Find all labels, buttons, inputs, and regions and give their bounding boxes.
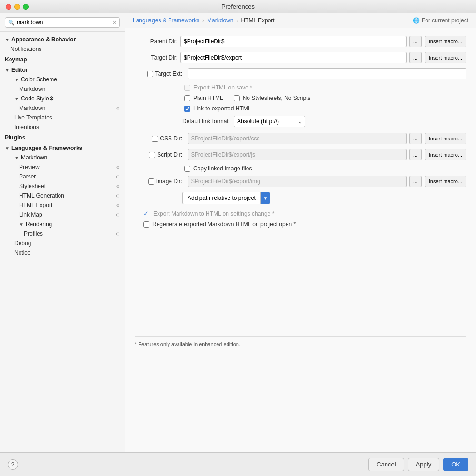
sidebar-item-html-generation[interactable]: HTML Generation ⚙ <box>0 191 125 200</box>
checkmark-icon: ✓ <box>143 210 149 217</box>
sidebar-item-cs-markdown[interactable]: Markdown <box>0 84 125 94</box>
image-dir-label-area: Image Dir: <box>135 178 182 185</box>
script-dir-row: Script Dir: ... Insert macro... <box>135 149 466 160</box>
expand-arrow-icon: ▼ <box>5 146 10 151</box>
sidebar-item-cst-markdown[interactable]: Markdown ⚙ <box>0 103 125 113</box>
target-ext-checkbox[interactable] <box>147 71 153 77</box>
parent-dir-label: Parent Dir: <box>135 38 178 45</box>
regenerate-checkbox[interactable] <box>143 221 149 228</box>
sidebar-item-editor[interactable]: ▼Editor <box>0 64 125 75</box>
settings-icon: ⚙ <box>116 231 120 237</box>
sidebar-item-debug[interactable]: Debug <box>0 238 125 248</box>
sidebar-item-appearance[interactable]: ▼Appearance & Behavior <box>0 34 125 44</box>
sidebar-item-notifications[interactable]: Notifications <box>0 44 125 54</box>
settings-icon: ⚙ <box>116 184 120 189</box>
parent-dir-input[interactable] <box>180 36 407 47</box>
features-note: * Features only available in enhanced ed… <box>135 336 466 347</box>
footer: ? Cancel Apply OK <box>0 452 476 476</box>
settings-icon: ⚙ <box>116 193 120 198</box>
breadcrumb-sep-2: › <box>236 17 238 24</box>
sidebar-item-profiles[interactable]: Profiles ⚙ <box>0 229 125 238</box>
image-dir-input[interactable] <box>188 176 407 187</box>
script-dir-checkbox[interactable] <box>149 152 155 158</box>
sidebar-item-plugins[interactable]: Plugins <box>0 132 125 142</box>
image-dir-macro-button[interactable]: Insert macro... <box>425 176 466 187</box>
target-ext-label: Target Ext: <box>155 70 182 77</box>
add-path-button[interactable]: Add path relative to project <box>182 192 261 204</box>
breadcrumb-current: HTML Export <box>241 17 274 24</box>
search-input[interactable] <box>17 19 110 26</box>
minimize-button[interactable] <box>14 4 20 10</box>
title-bar: Preferences <box>0 0 476 13</box>
maximize-button[interactable] <box>23 4 29 10</box>
sidebar-item-notice[interactable]: Notice <box>0 248 125 258</box>
target-ext-input[interactable] <box>188 68 466 79</box>
export-html-checkbox[interactable] <box>184 85 190 91</box>
close-button[interactable] <box>6 4 11 10</box>
cancel-button[interactable]: Cancel <box>368 458 404 471</box>
breadcrumb-sep-1: › <box>202 17 204 24</box>
parent-dir-dots-button[interactable]: ... <box>409 36 422 47</box>
sidebar-item-markdown[interactable]: ▼Markdown <box>0 153 125 162</box>
sidebar-item-keymap[interactable]: Keymap <box>0 54 125 64</box>
sidebar-item-languages[interactable]: ▼Languages & Frameworks <box>0 142 125 153</box>
link-exported-checkbox[interactable] <box>184 106 190 112</box>
settings-icon: ⚙ <box>116 212 120 218</box>
ok-button[interactable]: OK <box>443 458 468 471</box>
breadcrumb-markdown[interactable]: Markdown <box>207 17 233 24</box>
target-dir-input[interactable] <box>180 52 407 63</box>
css-dir-label: CSS Dir: <box>160 135 182 142</box>
image-dir-row: Image Dir: ... Insert macro... <box>135 176 466 187</box>
sidebar-item-rendering[interactable]: ▼Rendering <box>0 219 125 229</box>
settings-icon: ⚙ <box>116 203 120 208</box>
copy-image-checkbox[interactable] <box>184 166 190 172</box>
globe-icon: 🌐 <box>413 17 420 24</box>
css-dir-dots-button[interactable]: ... <box>409 133 422 144</box>
sidebar-item-link-map[interactable]: Link Map ⚙ <box>0 210 125 219</box>
export-markdown-row: ✓ Export Markdown to HTML on settings ch… <box>143 210 466 217</box>
sidebar-item-preview[interactable]: Preview ⚙ <box>0 162 125 172</box>
parent-dir-macro-button[interactable]: Insert macro... <box>425 36 466 47</box>
settings-panel: Parent Dir: ... Insert macro... Target D… <box>125 28 476 452</box>
content-area: Languages & Frameworks › Markdown › HTML… <box>125 13 476 452</box>
export-html-label: Export HTML on save * <box>193 84 252 91</box>
help-button[interactable]: ? <box>8 459 18 470</box>
image-dir-checkbox[interactable] <box>148 178 154 185</box>
sidebar-item-parser[interactable]: Parser ⚙ <box>0 172 125 181</box>
plain-html-checkbox[interactable] <box>184 95 190 101</box>
breadcrumb: Languages & Frameworks › Markdown › HTML… <box>125 13 476 28</box>
sidebar-item-stylesheet[interactable]: Stylesheet ⚙ <box>0 181 125 191</box>
export-html-row: Export HTML on save * <box>184 84 466 91</box>
target-dir-label: Target Dir: <box>135 54 178 61</box>
no-stylesheets-checkbox[interactable] <box>234 95 240 101</box>
css-dir-macro-button[interactable]: Insert macro... <box>425 133 466 144</box>
sidebar-item-html-export[interactable]: HTML Export ⚙ <box>0 200 125 210</box>
clear-search-icon[interactable]: ✕ <box>112 20 117 26</box>
apply-button[interactable]: Apply <box>408 458 440 471</box>
script-dir-input[interactable] <box>188 149 407 160</box>
no-stylesheets-label: No Stylesheets, No Scripts <box>243 95 311 101</box>
css-dir-input[interactable] <box>188 133 407 144</box>
sidebar-item-code-style[interactable]: ▼Code Style⚙ <box>0 94 125 103</box>
sidebar-item-intentions[interactable]: Intentions <box>0 122 125 132</box>
footer-buttons: Cancel Apply OK <box>368 458 468 471</box>
image-dir-dots-button[interactable]: ... <box>409 176 422 187</box>
script-dir-macro-button[interactable]: Insert macro... <box>425 149 466 160</box>
breadcrumb-languages[interactable]: Languages & Frameworks <box>133 17 199 24</box>
sidebar-item-live-templates[interactable]: Live Templates <box>0 113 125 122</box>
script-dir-dots-button[interactable]: ... <box>409 149 422 160</box>
target-dir-macro-button[interactable]: Insert macro... <box>425 52 466 63</box>
css-dir-checkbox[interactable] <box>152 136 158 142</box>
target-dir-dots-button[interactable]: ... <box>409 52 422 63</box>
link-format-select[interactable]: Absolute (http://) Relative <box>234 116 305 127</box>
expand-arrow-icon: ▼ <box>5 37 10 42</box>
expand-arrow-icon: ▼ <box>5 68 10 73</box>
link-format-label: Default link format: <box>182 118 230 125</box>
script-dir-label: Script Dir: <box>157 151 182 158</box>
target-dir-row: Target Dir: ... Insert macro... <box>135 52 466 63</box>
add-path-arrow-button[interactable]: ▼ <box>261 192 270 204</box>
css-dir-row: CSS Dir: ... Insert macro... <box>135 133 466 144</box>
sidebar-item-color-scheme[interactable]: ▼Color Scheme <box>0 75 125 84</box>
copy-image-row: Copy linked image files <box>184 165 466 172</box>
export-markdown-label: Export Markdown to HTML on settings chan… <box>153 210 274 217</box>
